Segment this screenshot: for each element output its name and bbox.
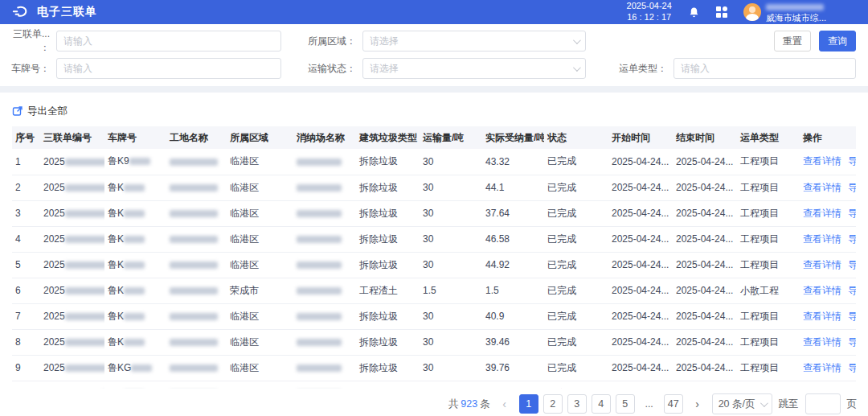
export-row-link[interactable]: 导出 bbox=[848, 311, 856, 322]
end-time-cell: 2025-04-24... bbox=[676, 311, 733, 322]
transport-amount-cell: 30 bbox=[423, 156, 433, 167]
top-bar: 电子三联单 2025-04-24 16 : 12 : 17 威海市城市综... bbox=[0, 0, 868, 24]
view-detail-link[interactable]: 查看详情 bbox=[803, 311, 841, 322]
waybill-type-cell: 工程项目 bbox=[740, 233, 779, 245]
region-cell: 临港区 bbox=[230, 208, 259, 219]
waybill-type-cell: 工程项目 bbox=[740, 182, 779, 193]
plate-number: 鲁K bbox=[108, 233, 124, 245]
view-detail-link[interactable]: 查看详情 bbox=[803, 362, 841, 373]
view-detail-link[interactable]: 查看详情 bbox=[803, 285, 841, 296]
plate-input[interactable] bbox=[56, 58, 281, 79]
transport-amount-cell: 30 bbox=[423, 336, 433, 348]
table-row: 2 2025 鲁K 临港区 拆除垃圾 30 44.1 已完成 2025-04-2… bbox=[12, 175, 856, 200]
export-row-link[interactable]: 导出 bbox=[848, 388, 856, 389]
waste-type-cell: 工程渣土 bbox=[359, 285, 398, 296]
user-profile[interactable]: 威海市城市综... bbox=[743, 1, 826, 24]
received-amount-cell: 44.92 bbox=[485, 259, 510, 270]
export-row-link[interactable]: 导出 bbox=[848, 362, 856, 373]
redacted-text bbox=[65, 159, 104, 166]
view-detail-link[interactable]: 查看详情 bbox=[803, 336, 841, 348]
page-button[interactable]: 1 bbox=[519, 394, 538, 414]
redacted-text bbox=[65, 262, 104, 269]
column-header: 车牌号 bbox=[104, 126, 166, 149]
waste-type-cell: 拆除垃圾 bbox=[359, 336, 398, 348]
export-row-link[interactable]: 导出 bbox=[848, 285, 856, 296]
end-time-cell: 2025-04-24... bbox=[676, 259, 733, 270]
jump-to-page-input[interactable] bbox=[805, 393, 841, 414]
view-detail-link[interactable]: 查看详情 bbox=[803, 388, 841, 389]
status-badge: 已完成 bbox=[547, 285, 576, 296]
received-amount-cell: 46.58 bbox=[485, 233, 510, 245]
status-badge: 已完成 bbox=[547, 233, 576, 245]
view-detail-link[interactable]: 查看详情 bbox=[803, 208, 841, 219]
chevron-down-icon bbox=[573, 36, 581, 44]
column-header: 消纳场名称 bbox=[293, 126, 356, 149]
waste-type-cell: 拆除垃圾 bbox=[359, 362, 398, 373]
page-button[interactable]: 4 bbox=[592, 394, 611, 414]
plate-number: 鲁K9 bbox=[108, 155, 129, 167]
export-row-link[interactable]: 导出 bbox=[848, 233, 856, 245]
region-cell: 临港区 bbox=[230, 362, 259, 373]
table-row: 1 2025 鲁K9 临港区 拆除垃圾 30 43.32 已完成 2025-04… bbox=[12, 149, 856, 175]
transport-status-select[interactable]: 请选择 bbox=[362, 58, 586, 79]
notification-bell-icon[interactable] bbox=[688, 6, 700, 19]
view-detail-link[interactable]: 查看详情 bbox=[803, 155, 841, 167]
view-detail-link[interactable]: 查看详情 bbox=[803, 233, 841, 245]
redacted-text bbox=[124, 262, 145, 269]
column-header: 结束时间 bbox=[673, 126, 737, 149]
page-button[interactable]: 47 bbox=[664, 394, 683, 414]
export-row-link[interactable]: 导出 bbox=[848, 259, 856, 270]
region-select[interactable]: 请选择 bbox=[362, 31, 586, 51]
view-detail-link[interactable]: 查看详情 bbox=[803, 259, 841, 270]
region-label: 所属区域： bbox=[300, 35, 362, 48]
waste-type-cell: 拆除垃圾 bbox=[359, 259, 398, 270]
region-cell: 临港区 bbox=[230, 311, 259, 322]
region-select-value: 请选择 bbox=[370, 35, 399, 48]
start-time-cell: 2025-04-24... bbox=[612, 182, 669, 193]
export-row-link[interactable]: 导出 bbox=[848, 336, 856, 348]
column-header: 工地名称 bbox=[166, 126, 227, 149]
plate-number: 鲁K bbox=[108, 285, 124, 296]
datetime-display: 2025-04-24 16 : 12 : 17 bbox=[627, 1, 672, 23]
reset-button[interactable]: 重置 bbox=[774, 31, 811, 51]
redacted-facility-name bbox=[297, 287, 342, 294]
page-button[interactable]: 5 bbox=[616, 394, 635, 414]
prev-page-button[interactable]: ‹ bbox=[497, 397, 513, 410]
column-header: 实际受纳量/吨 bbox=[482, 126, 544, 149]
redacted-text bbox=[129, 158, 150, 165]
region-cell: 荣成市 bbox=[230, 285, 259, 296]
end-time-cell: 2025-04-24... bbox=[676, 156, 733, 167]
content-card: 导出全部 序号三联单编号车牌号工地名称所属区域消纳场名称建筑垃圾类型运输量/吨实… bbox=[0, 93, 868, 416]
start-time-cell: 2025-04-24... bbox=[612, 388, 669, 389]
redacted-facility-name bbox=[297, 236, 342, 243]
export-row-link[interactable]: 导出 bbox=[848, 208, 856, 219]
apps-grid-icon[interactable] bbox=[716, 6, 727, 18]
view-detail-link[interactable]: 查看详情 bbox=[803, 182, 841, 193]
status-badge: 已完成 bbox=[547, 336, 576, 348]
page-size-select[interactable]: 20 条/页 bbox=[712, 393, 772, 414]
export-row-link[interactable]: 导出 bbox=[848, 155, 856, 167]
user-avatar bbox=[743, 3, 761, 21]
waybill-type-cell: 工程项目 bbox=[740, 362, 779, 373]
redacted-facility-name bbox=[297, 184, 342, 192]
waste-type-cell: 拆除垃圾 bbox=[359, 311, 398, 322]
redacted-text bbox=[65, 184, 104, 192]
triple-number: 2025 bbox=[43, 182, 65, 193]
waybill-type-input[interactable] bbox=[674, 58, 856, 79]
menu-hamburger-icon[interactable] bbox=[842, 7, 857, 17]
page-button[interactable]: 3 bbox=[567, 394, 587, 414]
triple-no-input[interactable] bbox=[56, 31, 281, 51]
export-all-button[interactable]: 导出全部 bbox=[12, 105, 68, 118]
export-row-link[interactable]: 导出 bbox=[848, 182, 856, 193]
waste-type-cell: 拆除垃圾 bbox=[359, 182, 398, 193]
start-time-cell: 2025-04-24... bbox=[612, 233, 669, 245]
redacted-text bbox=[124, 236, 145, 243]
start-time-cell: 2025-04-24... bbox=[612, 285, 669, 296]
redacted-text bbox=[124, 184, 145, 192]
next-page-button[interactable]: › bbox=[690, 397, 706, 410]
triple-number: 20250418100 bbox=[43, 388, 102, 389]
redacted-text bbox=[65, 236, 104, 243]
column-header: 开始时间 bbox=[608, 126, 673, 149]
page-button[interactable]: 2 bbox=[543, 394, 563, 414]
query-button[interactable]: 查询 bbox=[819, 31, 856, 51]
